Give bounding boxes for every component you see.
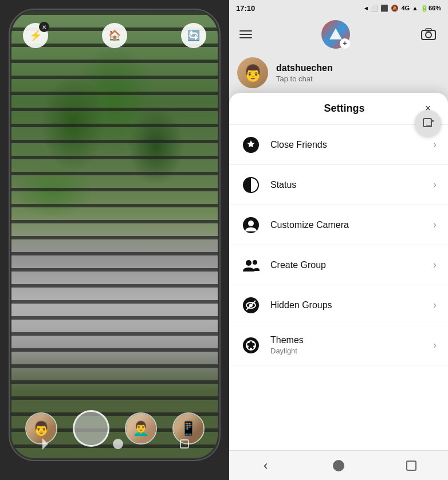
app-logo[interactable]: + — [321, 20, 350, 49]
flash-close-badge: ✕ — [39, 22, 49, 32]
svg-point-18 — [243, 337, 259, 353]
svg-rect-4 — [423, 119, 431, 127]
screenshot-icon: ⬜ — [370, 5, 378, 12]
themes-chevron: › — [433, 339, 437, 351]
mute-icon: 🔕 — [391, 5, 399, 12]
right-recent-button[interactable] — [403, 457, 420, 474]
svg-line-7 — [433, 120, 434, 121]
chat-avatar-image: 👨 — [237, 57, 268, 88]
settings-item-status[interactable]: Status › — [229, 165, 448, 205]
settings-item-close-friends[interactable]: Close Friends › — [229, 125, 448, 165]
customize-camera-icon — [241, 215, 261, 235]
svg-point-11 — [248, 221, 254, 226]
app-header: + — [229, 16, 448, 53]
right-back-button[interactable]: ‹ — [257, 457, 274, 474]
close-friends-text: Close Friends — [270, 140, 424, 150]
customize-camera-label: Customize Camera — [270, 220, 424, 230]
create-group-icon — [241, 255, 261, 276]
close-friends-chevron: › — [433, 139, 437, 151]
home-button[interactable]: 🏠 — [102, 23, 127, 48]
status-chevron: › — [433, 179, 437, 191]
chat-avatar: 👨 — [237, 57, 268, 88]
settings-item-customize-camera[interactable]: Customize Camera › — [229, 205, 448, 245]
flash-icon: ⚡ — [29, 29, 42, 42]
status-label: Status — [270, 180, 424, 190]
create-group-chevron: › — [433, 259, 437, 271]
hidden-groups-icon — [241, 295, 261, 316]
settings-item-themes[interactable]: Themes Daylight › — [229, 325, 448, 365]
svg-point-13 — [253, 260, 257, 265]
camera-button[interactable] — [417, 23, 440, 46]
recent-nav-btn[interactable] — [180, 439, 189, 448]
window-blinds — [11, 11, 218, 458]
close-friends-icon — [241, 135, 261, 155]
navigation-icon: ◂ — [364, 5, 368, 12]
customize-camera-chevron: › — [433, 219, 437, 231]
back-nav-btn[interactable] — [40, 436, 56, 452]
back-triangle-icon — [42, 438, 54, 450]
camera-controls: ⚡ ✕ 🏠 🔄 — [11, 23, 218, 48]
svg-point-20 — [247, 341, 250, 343]
status-text: Status — [270, 180, 424, 190]
svg-marker-0 — [329, 28, 342, 39]
themes-sublabel: Daylight — [270, 347, 424, 355]
status-icons: ◂ ⬜ ⬛ 🔕 4G ▲ 🔋66% — [364, 5, 441, 12]
phone-navigation — [11, 430, 218, 458]
settings-item-hidden-groups[interactable]: Hidden Groups › — [229, 285, 448, 325]
signal-icon: ▲ — [412, 5, 418, 11]
create-group-label: Create Group — [270, 260, 424, 270]
network-icon: 4G — [401, 5, 410, 11]
home-circle-icon — [333, 460, 344, 471]
flip-icon: 🔄 — [187, 29, 200, 42]
close-friends-label: Close Friends — [270, 140, 424, 150]
themes-icon — [241, 335, 261, 356]
chat-subtitle: Tap to chat — [276, 74, 440, 83]
status-bar: 17:10 ◂ ⬜ ⬛ 🔕 4G ▲ 🔋66% — [229, 0, 448, 16]
chat-info: datshuechen Tap to chat — [276, 63, 440, 83]
camera-icon — [421, 28, 436, 41]
settings-item-create-group[interactable]: Create Group › — [229, 245, 448, 285]
themes-label: Themes Daylight — [270, 335, 424, 355]
home-nav-btn[interactable] — [113, 439, 123, 449]
cast-icon: ⬛ — [380, 5, 388, 12]
battery-icon: 🔋66% — [421, 5, 441, 12]
menu-line-3 — [239, 37, 252, 38]
hidden-groups-chevron: › — [433, 299, 437, 311]
themes-text: Themes — [270, 335, 424, 345]
menu-line-1 — [239, 30, 252, 32]
settings-list: Close Friends › Status › — [229, 125, 448, 450]
settings-sheet: Settings × Close Friends › — [229, 93, 448, 450]
compose-icon — [422, 117, 434, 129]
phone-frame: ⚡ ✕ 🏠 🔄 👨 👨‍🦱 — [11, 11, 218, 458]
camera-view: ⚡ ✕ 🏠 🔄 👨 👨‍🦱 — [11, 11, 218, 458]
flip-camera-button[interactable]: 🔄 — [181, 23, 206, 48]
right-panel: 17:10 ◂ ⬜ ⬛ 🔕 4G ▲ 🔋66% + — [229, 0, 448, 480]
status-icon — [241, 175, 261, 195]
hidden-groups-text: Hidden Groups — [270, 300, 424, 310]
flash-button[interactable]: ⚡ ✕ — [23, 23, 48, 48]
chat-name: datshuechen — [276, 63, 440, 73]
add-story-badge: + — [340, 38, 350, 49]
right-home-button[interactable] — [330, 457, 347, 474]
svg-point-24 — [250, 348, 252, 350]
status-time: 17:10 — [236, 4, 255, 13]
menu-button[interactable] — [237, 28, 254, 41]
home-icon: 🏠 — [108, 29, 121, 42]
svg-point-22 — [246, 345, 249, 348]
hidden-groups-label: Hidden Groups — [270, 300, 424, 310]
settings-title: Settings — [258, 103, 431, 115]
svg-rect-5 — [426, 125, 432, 127]
recent-square-icon — [406, 461, 416, 471]
camera-panel: ⚡ ✕ 🏠 🔄 👨 👨‍🦱 — [0, 0, 229, 480]
svg-point-23 — [253, 345, 256, 348]
svg-point-12 — [246, 260, 251, 266]
create-group-text: Create Group — [270, 260, 424, 270]
floating-action-button[interactable] — [415, 110, 441, 136]
recent-chat-item[interactable]: 👨 datshuechen Tap to chat — [229, 53, 448, 93]
menu-line-2 — [239, 34, 252, 35]
svg-point-2 — [426, 32, 431, 38]
svg-point-21 — [252, 341, 254, 343]
right-navigation: ‹ — [229, 450, 448, 480]
customize-camera-text: Customize Camera — [270, 220, 424, 230]
